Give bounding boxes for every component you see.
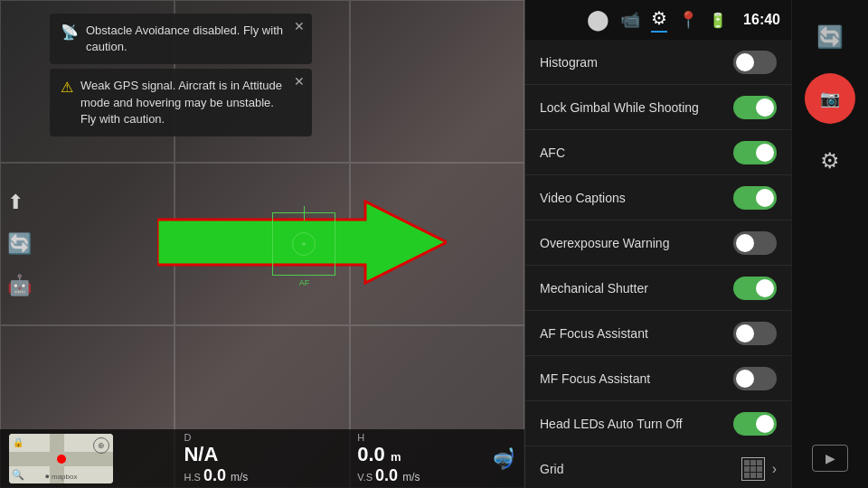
settings-panel: ⬤ 📹 ⚙ 📍 🔋 16:40 HistogramLock Gimbal Whi… [524,0,791,488]
height-unit: m [391,450,401,464]
reticle-inner [292,232,316,256]
setting-label-mechanical-shutter: Mechanical Shutter [540,281,648,296]
battery-icon: 🔋 [709,12,727,29]
setting-label-grid: Grid [540,462,563,476]
horizontal-speed-label: H.S 0.0 m/s [184,466,248,485]
toggle-histogram[interactable] [733,51,777,74]
notifications-panel: 📡 Obstacle Avoidance disabled. Fly with … [50,14,312,136]
aircraft-position-dot [57,455,66,464]
zoom-button[interactable]: 🔍 [12,469,24,481]
reticle-af-label: AF [299,278,310,287]
playback-button[interactable]: ▶ [812,445,848,472]
drone-control-icon[interactable]: 🤖 [7,274,32,297]
gps-close-button[interactable]: ✕ [294,74,305,89]
toggle-afc[interactable] [733,141,777,164]
left-sidebar: ⬆ 🔄 🤖 [7,191,32,297]
toggle-mf-focus[interactable] [733,367,777,390]
obstacle-notification: 📡 Obstacle Avoidance disabled. Fly with … [50,14,312,64]
camera-icon[interactable]: ⬤ [587,8,609,32]
clock-display: 16:40 [743,12,780,28]
setting-row-grid: Grid› [525,446,791,488]
distance-value: N/A [184,443,218,466]
waypoint-icon[interactable]: 🔄 [7,232,32,256]
toggle-overexposure[interactable] [733,231,777,255]
setting-label-afc: AFC [540,145,565,160]
upload-icon[interactable]: ⬆ [7,191,32,214]
setting-row-overexposure: Overexposure Warning [525,221,791,266]
obstacle-text: Obstacle Avoidance disabled. Fly with ca… [86,23,285,55]
setting-label-head-leds: Head LEDs Auto Turn Off [540,417,683,431]
setting-label-video-captions: Video Captions [540,191,626,205]
toggle-knob-mechanical-shutter [756,279,774,297]
drone-status-icon: 🤿 [491,447,515,471]
gps-notification: ⚠ Weak GPS signal. Aircraft is in Attitu… [50,69,312,136]
toggle-knob-head-leds [756,415,774,433]
reticle-dot [302,242,306,246]
grid-row-right: › [741,457,777,481]
refresh-button[interactable]: 🔄 [801,7,860,66]
toggle-af-focus[interactable] [733,322,777,345]
toggle-knob-mf-focus [736,370,754,388]
obstacle-close-button[interactable]: ✕ [294,19,305,33]
toggle-knob-overexposure [736,234,754,252]
setting-row-lock-gimbal: Lock Gimbal While Shooting [525,85,791,130]
settings-icon[interactable]: ⚙ [651,7,667,33]
toggle-knob-video-captions [756,189,774,207]
setting-label-mf-focus: MF Focus Assistant [540,371,650,386]
height-value: 0.0 [357,443,385,465]
setting-row-mechanical-shutter: Mechanical Shutter [525,266,791,311]
toggle-video-captions[interactable] [733,186,777,210]
obstacle-icon: 📡 [61,23,79,41]
distance-label: D [184,432,191,443]
filter-button[interactable]: ⚙ [801,131,860,190]
setting-row-af-focus: AF Focus Assistant [525,311,791,356]
toggle-mechanical-shutter[interactable] [733,277,777,300]
top-bar: ⬤ 📹 ⚙ 📍 🔋 16:40 [525,0,791,40]
warning-icon: ⚠ [61,79,73,96]
settings-list: HistogramLock Gimbal While ShootingAFCVi… [525,40,791,488]
setting-row-video-captions: Video Captions [525,175,791,221]
gps-text: Weak GPS signal. Aircraft is in Attitude… [80,78,285,127]
grid-icon[interactable] [741,457,765,481]
toggle-knob-afc [756,144,774,162]
toggle-knob-histogram [736,53,754,71]
toggle-knob-af-focus [736,324,754,343]
toggle-head-leds[interactable] [733,412,777,436]
chevron-right-icon: › [772,461,777,477]
setting-label-lock-gimbal: Lock Gimbal While Shooting [540,100,699,115]
setting-row-histogram: Histogram [525,40,791,85]
distance-group: D N/A H.S 0.0 m/s [184,432,248,485]
toggle-knob-lock-gimbal [756,99,774,117]
camera-view: ⬆ 🔄 🤖 📡 Obstacle Avoidance disabled. Fly… [0,0,524,488]
map-lock-icon: 🔒 [13,437,24,447]
grid-cell [350,0,524,163]
reticle-outer: AF [272,212,335,276]
record-button[interactable]: 📷 [805,73,855,124]
far-right-controls: 🔄 📷 ⚙ ▶ [791,0,868,488]
setting-label-af-focus: AF Focus Assistant [540,326,648,341]
mapbox-label: ● mapbox [45,472,78,481]
focus-reticle: AF [272,212,335,276]
video-icon[interactable]: 📹 [620,10,640,30]
setting-row-afc: AFC [525,130,791,175]
setting-row-mf-focus: MF Focus Assistant [525,356,791,401]
height-group: H 0.0 m V.S 0.0 m/s [357,432,420,485]
bottom-bar: ⊕ 🔒 ● mapbox 🔍 D N/A H.S 0.0 m/s H 0 [0,429,524,488]
compass-icon: ⊕ [93,437,109,454]
setting-row-head-leds: Head LEDs Auto Turn Off [525,401,791,446]
telemetry-panel: D N/A H.S 0.0 m/s H 0.0 m V.S 0.0 m/s [120,432,484,485]
toggle-lock-gimbal[interactable] [733,96,777,119]
height-label: H [357,432,364,443]
setting-label-histogram: Histogram [540,55,598,70]
vertical-speed-label: V.S 0.0 m/s [357,466,420,485]
mini-map[interactable]: ⊕ 🔒 ● mapbox 🔍 [9,434,113,483]
location-icon: 📍 [678,10,698,30]
setting-label-overexposure: Overexposure Warning [540,236,669,250]
